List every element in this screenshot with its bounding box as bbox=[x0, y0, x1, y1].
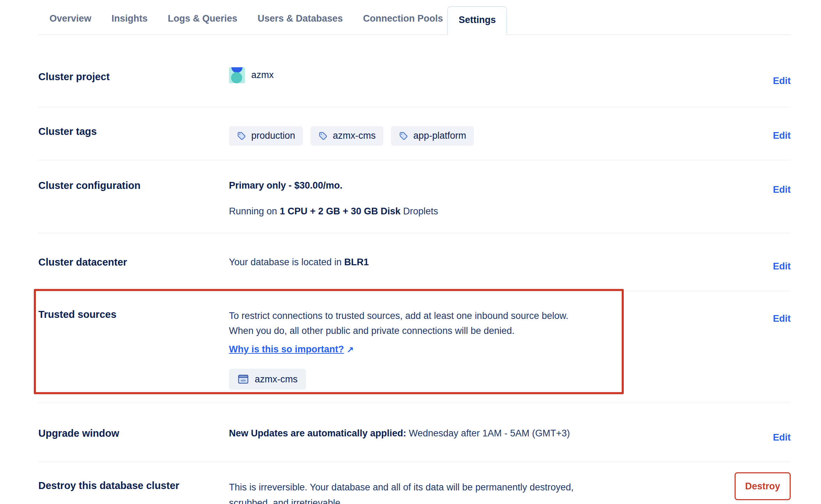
row-upgrade-window: Upgrade window New Updates are automatic… bbox=[38, 402, 791, 462]
row-cluster-project: Cluster project azmx Edit bbox=[38, 35, 791, 107]
configuration-droplet: Running on 1 CPU + 2 GB + 30 GB Disk Dro… bbox=[229, 205, 759, 217]
edit-cluster-project-link[interactable]: Edit bbox=[773, 76, 791, 86]
row-trusted-sources: Trusted sources To restrict connections … bbox=[38, 291, 791, 402]
destroy-cluster-label: Destroy this database cluster bbox=[38, 480, 229, 504]
tag-label: app-platform bbox=[413, 130, 466, 142]
edit-cluster-tags-link[interactable]: Edit bbox=[773, 130, 791, 141]
project-name: azmx bbox=[251, 69, 274, 81]
datacenter-text: Your database is located in BLR1 bbox=[229, 256, 759, 268]
external-link-arrow-icon: ↗ bbox=[347, 345, 354, 354]
row-cluster-datacenter: Cluster datacenter Your database is loca… bbox=[38, 233, 791, 291]
tag-chip-list: production azmx-cms bbox=[229, 126, 759, 146]
cluster-project-label: Cluster project bbox=[38, 71, 229, 107]
tab-settings[interactable]: Settings bbox=[447, 6, 507, 35]
tab-users-databases[interactable]: Users & Databases bbox=[258, 13, 343, 35]
tab-insights[interactable]: Insights bbox=[112, 13, 148, 35]
app-window-icon: </> bbox=[237, 373, 249, 385]
destroy-button[interactable]: Destroy bbox=[735, 472, 791, 500]
tab-logs-queries[interactable]: Logs & Queries bbox=[168, 13, 238, 35]
row-cluster-tags: Cluster tags production bbox=[38, 107, 791, 160]
tab-overview[interactable]: Overview bbox=[49, 13, 91, 35]
tag-icon bbox=[318, 131, 328, 141]
configuration-plan: Primary only - $30.00/mo. bbox=[229, 180, 759, 192]
destroy-description: This is irreversible. Your database and … bbox=[229, 480, 731, 504]
tag-chip-azmx-cms: azmx-cms bbox=[310, 126, 383, 146]
tag-icon bbox=[399, 131, 408, 141]
trusted-sources-description: To restrict connections to trusted sourc… bbox=[229, 308, 759, 338]
why-important-link[interactable]: Why is this so important? bbox=[229, 344, 344, 354]
edit-upgrade-window-link[interactable]: Edit bbox=[773, 432, 791, 443]
svg-text:</>: </> bbox=[241, 379, 246, 382]
tag-label: azmx-cms bbox=[333, 130, 376, 142]
tag-chip-app-platform: app-platform bbox=[391, 126, 474, 146]
upgrade-window-label: Upgrade window bbox=[38, 427, 229, 462]
cluster-tab-bar: Overview Insights Logs & Queries Users &… bbox=[38, 0, 791, 35]
database-cluster-settings-page: Overview Insights Logs & Queries Users &… bbox=[0, 0, 821, 504]
tag-icon bbox=[237, 131, 246, 141]
cluster-configuration-label: Cluster configuration bbox=[38, 180, 229, 233]
upgrade-window-text: New Updates are automatically applied: W… bbox=[229, 427, 759, 440]
settings-rows: Cluster project azmx Edit Cluster tags bbox=[0, 35, 821, 504]
project-value: azmx bbox=[229, 67, 759, 83]
row-cluster-configuration: Cluster configuration Primary only - $30… bbox=[38, 160, 791, 233]
trusted-sources-label: Trusted sources bbox=[38, 308, 229, 402]
project-icon bbox=[229, 67, 245, 83]
row-destroy-cluster: Destroy this database cluster This is ir… bbox=[38, 462, 791, 504]
tag-chip-production: production bbox=[229, 126, 303, 146]
edit-trusted-sources-link[interactable]: Edit bbox=[773, 313, 791, 324]
edit-cluster-datacenter-link[interactable]: Edit bbox=[773, 261, 791, 272]
cluster-tags-label: Cluster tags bbox=[38, 125, 229, 160]
trusted-source-name: azmx-cms bbox=[255, 373, 298, 385]
trusted-source-chip: </> azmx-cms bbox=[229, 369, 306, 390]
tab-connection-pools[interactable]: Connection Pools bbox=[363, 13, 443, 35]
tag-label: production bbox=[251, 130, 295, 142]
edit-cluster-configuration-link[interactable]: Edit bbox=[773, 184, 791, 195]
cluster-datacenter-label: Cluster datacenter bbox=[38, 256, 229, 291]
